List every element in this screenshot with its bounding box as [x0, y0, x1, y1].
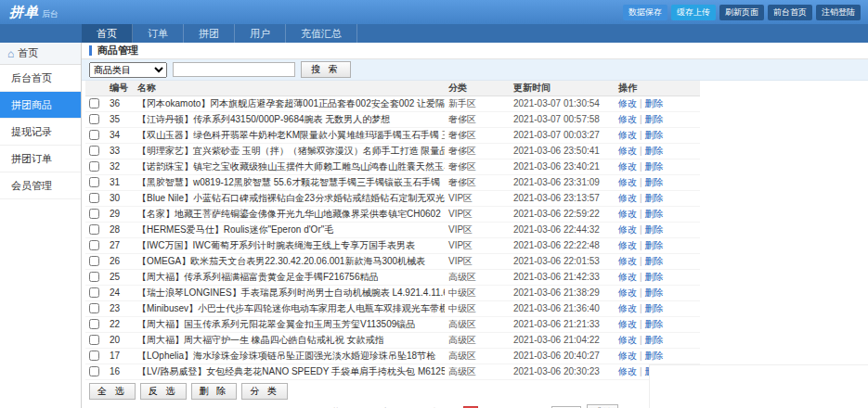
- edit-link[interactable]: 修改: [618, 303, 637, 313]
- delete-link[interactable]: 删除: [645, 177, 664, 187]
- header-action-button[interactable]: 刷新页面: [719, 5, 764, 20]
- sidebar-item[interactable]: 拼团订单: [0, 146, 81, 172]
- nav-tab[interactable]: 充值汇总: [286, 24, 357, 43]
- header-action-button[interactable]: 缓存上传: [671, 5, 716, 20]
- row-checkbox[interactable]: [89, 177, 99, 187]
- table-row: 33【明理家艺】宜兴紫砂壶 玉明（拌）（猪鬃双弥漫汉）名师手工打造 限量品奢侈区…: [85, 143, 700, 159]
- delete-link[interactable]: 删除: [645, 240, 664, 250]
- delete-link[interactable]: 删除: [645, 351, 664, 361]
- row-checkbox[interactable]: [89, 335, 99, 345]
- delete-link[interactable]: 删除: [645, 319, 664, 329]
- row-checkbox[interactable]: [89, 366, 99, 376]
- delete-link[interactable]: 删除: [645, 287, 664, 298]
- delete-link[interactable]: 删除: [645, 303, 664, 313]
- row-checkbox[interactable]: [89, 272, 99, 282]
- edit-link[interactable]: 修改: [618, 366, 637, 376]
- row-operations: 修改|删除: [615, 348, 700, 363]
- row-checkbox[interactable]: [89, 287, 99, 298]
- row-checkbox[interactable]: [89, 224, 99, 235]
- title-accent-bar: [89, 45, 92, 56]
- table-row: 23【Minibusev】小巴士代步车四轮迷你电动车家用老人电瓶车双排观光车带棚…: [85, 300, 700, 316]
- operation-separator: |: [640, 287, 642, 298]
- app: 拼单 后台 数据保存缓存上传刷新页面前台首页注销登陆 首页订单拼团用户充值汇总 …: [0, 0, 868, 408]
- edit-link[interactable]: 修改: [618, 319, 637, 329]
- nav-tab[interactable]: 首页: [82, 24, 133, 43]
- batch-button[interactable]: 全 选: [89, 383, 136, 400]
- row-operations: 修改|删除: [615, 111, 700, 127]
- sidebar-item[interactable]: 后台首页: [0, 65, 81, 92]
- row-checkbox[interactable]: [89, 303, 99, 313]
- edit-link[interactable]: 修改: [618, 224, 637, 235]
- edit-link[interactable]: 修改: [618, 240, 637, 250]
- edit-link[interactable]: 修改: [618, 146, 637, 156]
- delete-link[interactable]: 删除: [645, 193, 664, 203]
- row-category: 奢侈区: [445, 127, 510, 143]
- row-category: 高级区: [445, 363, 510, 379]
- delete-link[interactable]: 删除: [645, 161, 664, 172]
- edit-link[interactable]: 修改: [618, 335, 637, 345]
- delete-link[interactable]: 删除: [645, 256, 664, 266]
- row-id: 24: [106, 285, 134, 300]
- row-updated: 2021-03-07 00:03:27: [510, 127, 615, 143]
- batch-button[interactable]: 分 类: [241, 383, 288, 400]
- search-input[interactable]: [173, 62, 295, 77]
- sidebar-item[interactable]: 会员管理: [0, 172, 81, 199]
- row-checkbox[interactable]: [89, 209, 99, 219]
- edit-link[interactable]: 修改: [618, 287, 637, 298]
- operation-separator: |: [640, 209, 642, 219]
- nav-tab[interactable]: 拼团: [184, 24, 235, 43]
- edit-link[interactable]: 修改: [618, 256, 637, 266]
- edit-link[interactable]: 修改: [618, 130, 637, 140]
- delete-link[interactable]: 删除: [645, 98, 664, 108]
- edit-link[interactable]: 修改: [618, 209, 637, 219]
- edit-link[interactable]: 修改: [618, 161, 637, 172]
- header-action-button[interactable]: 数据保存: [623, 5, 667, 20]
- row-checkbox[interactable]: [89, 193, 99, 203]
- edit-link[interactable]: 修改: [618, 272, 637, 282]
- batch-button[interactable]: 删 除: [191, 383, 238, 400]
- row-checkbox-cell: [85, 269, 106, 285]
- jump-button[interactable]: 跳转: [587, 404, 618, 408]
- row-checkbox[interactable]: [89, 114, 99, 124]
- row-checkbox[interactable]: [89, 98, 99, 108]
- row-checkbox[interactable]: [89, 240, 99, 250]
- edit-link[interactable]: 修改: [618, 193, 637, 203]
- row-updated: 2021-03-06 20:40:27: [510, 348, 615, 363]
- row-checkbox[interactable]: [89, 351, 99, 361]
- delete-link[interactable]: 删除: [645, 335, 664, 345]
- sidebar-item[interactable]: 提现记录: [0, 119, 81, 146]
- row-name: 【OMEGA】欧米茄天文台表男22.30.42.20.06.001新款海马300…: [134, 253, 445, 269]
- row-checkbox-cell: [85, 96, 106, 111]
- row-checkbox[interactable]: [89, 146, 99, 156]
- row-checkbox[interactable]: [89, 256, 99, 266]
- edit-link[interactable]: 修改: [618, 98, 637, 108]
- operation-separator: |: [640, 256, 642, 266]
- row-checkbox[interactable]: [89, 319, 99, 329]
- row-checkbox[interactable]: [89, 161, 99, 172]
- header-action-button[interactable]: 注销登陆: [816, 5, 861, 20]
- edit-link[interactable]: 修改: [618, 177, 637, 187]
- delete-link[interactable]: 删除: [645, 209, 664, 219]
- operation-separator: |: [640, 177, 642, 187]
- header-action-button[interactable]: 前台首页: [768, 5, 812, 20]
- row-category: 高级区: [445, 316, 510, 332]
- delete-link[interactable]: 删除: [645, 146, 664, 156]
- row-checkbox-cell: [85, 174, 106, 190]
- delete-link[interactable]: 删除: [645, 130, 664, 140]
- batch-button[interactable]: 反 选: [140, 383, 187, 400]
- delete-link[interactable]: 删除: [645, 114, 664, 124]
- delete-link[interactable]: 删除: [645, 224, 664, 235]
- nav-tab[interactable]: 订单: [133, 24, 184, 43]
- delete-link[interactable]: 删除: [645, 272, 664, 282]
- products-table: 编号名称分类更新时间操作 36【冈本okamoto】冈本旗舰店避孕套超薄001正…: [85, 81, 700, 380]
- row-id: 29: [106, 206, 134, 222]
- row-checkbox[interactable]: [89, 130, 99, 140]
- edit-link[interactable]: 修改: [618, 114, 637, 124]
- sidebar-item[interactable]: 拼团商品: [0, 92, 81, 119]
- edit-link[interactable]: 修改: [618, 351, 637, 361]
- row-operations: 修改|删除: [615, 237, 700, 253]
- nav-tab[interactable]: 用户: [235, 24, 286, 43]
- row-category: VIP区: [445, 206, 510, 222]
- category-select[interactable]: 商品类目: [89, 62, 167, 78]
- search-button[interactable]: 搜 索: [301, 61, 351, 78]
